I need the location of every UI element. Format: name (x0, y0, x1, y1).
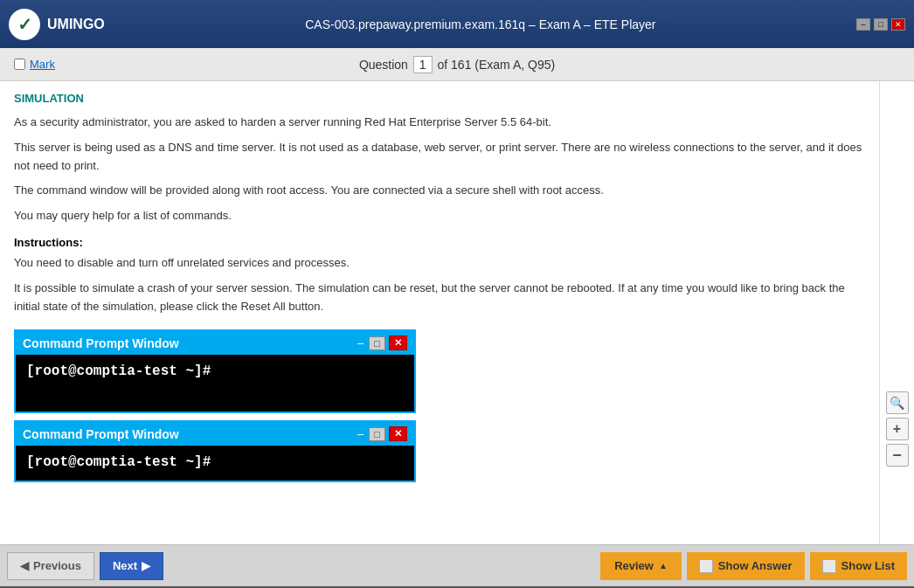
instructions-label: Instructions: (14, 236, 865, 249)
paragraph-4: You may query help for a list of command… (14, 207, 865, 225)
cmd-body-1[interactable]: [root@comptia-test ~]# (16, 355, 414, 412)
zoom-out-icon[interactable]: − (886, 444, 909, 467)
question-number: 1 (413, 56, 433, 73)
show-list-label: Show List (841, 559, 895, 572)
review-button[interactable]: Review ▲ (600, 552, 682, 580)
mark-checkbox[interactable] (14, 59, 25, 70)
bottom-nav: ◀ Previous Next ▶ Review ▲ Show Answer S… (0, 544, 914, 586)
content-area: SIMULATION As a security administrator, … (0, 81, 879, 544)
question-of-text: of 161 (Exam A, Q95) (438, 58, 556, 72)
right-panel: 🔍 + − (879, 81, 914, 544)
next-label: Next (113, 559, 137, 572)
zoom-in-icon[interactable]: + (886, 418, 909, 440)
search-icon[interactable]: 🔍 (886, 391, 909, 414)
cmd-dash-1: – (357, 336, 364, 349)
close-button[interactable]: ✕ (891, 18, 905, 31)
show-answer-checkbox (699, 559, 713, 573)
logo-text: UMINGO (47, 17, 105, 32)
review-arrow-icon: ▲ (659, 561, 668, 571)
header-bar: Mark Question 1 of 161 (Exam A, Q95) (0, 48, 914, 81)
maximize-button[interactable]: □ (874, 18, 888, 31)
previous-label: Previous (33, 559, 81, 572)
window-title: CAS-003.prepaway.premium.exam.161q – Exa… (105, 17, 856, 31)
minimize-button[interactable]: – (856, 18, 870, 31)
cmd-minimize-2[interactable]: □ (369, 427, 385, 441)
paragraph-1: As a security administrator, you are ask… (14, 114, 865, 132)
cmd-title-2: Command Prompt Window (23, 427, 179, 441)
show-answer-label: Show Answer (718, 559, 793, 572)
show-list-button[interactable]: Show List (810, 552, 907, 580)
cmd-close-1[interactable]: ✕ (389, 336, 407, 350)
instruction-1: You need to disable and turn off unrelat… (14, 254, 865, 273)
paragraph-3: The command window will be provided alon… (14, 182, 865, 200)
cmd-minimize-1[interactable]: □ (369, 336, 385, 350)
cmd-controls-2: – □ ✕ (357, 426, 407, 441)
next-arrow-icon: ▶ (142, 559, 150, 572)
cmd-close-2[interactable]: ✕ (389, 426, 407, 441)
logo-icon: ✓ (9, 9, 40, 40)
cmd-prompt-2: [root@comptia-test ~]# (26, 454, 211, 470)
cmd-dash-2: – (357, 427, 364, 440)
prev-arrow-icon: ◀ (20, 559, 29, 572)
cmd-controls-1: – □ ✕ (357, 336, 407, 350)
show-list-checkbox (822, 559, 836, 573)
cmd-window-2[interactable]: Command Prompt Window – □ ✕ [root@compti… (14, 420, 416, 482)
simulation-label: SIMULATION (14, 92, 865, 105)
cmd-prompt-1: [root@comptia-test ~]# (26, 363, 211, 379)
cmd-titlebar-2: Command Prompt Window – □ ✕ (16, 422, 414, 446)
title-bar: ✓ UMINGO CAS-003.prepaway.premium.exam.1… (0, 0, 914, 48)
paragraph-2: This server is being used as a DNS and t… (14, 139, 865, 176)
next-button[interactable]: Next ▶ (100, 552, 163, 580)
question-info: Question 1 of 161 (Exam A, Q95) (359, 56, 555, 73)
instruction-2: It is possible to simulate a crash of yo… (14, 280, 865, 316)
review-label: Review (614, 559, 654, 572)
mark-area: Mark (14, 58, 55, 71)
cmd-titlebar-1: Command Prompt Window – □ ✕ (16, 331, 414, 355)
cmd-title-1: Command Prompt Window (23, 336, 179, 350)
cmd-window-1[interactable]: Command Prompt Window – □ ✕ [root@compti… (14, 329, 416, 413)
question-label: Question (359, 58, 408, 72)
previous-button[interactable]: ◀ Previous (7, 552, 94, 580)
window-controls: – □ ✕ (856, 18, 905, 31)
mark-label[interactable]: Mark (30, 58, 55, 71)
main-content: SIMULATION As a security administrator, … (0, 81, 914, 544)
logo-area: ✓ UMINGO (9, 9, 105, 40)
cmd-body-2[interactable]: [root@comptia-test ~]# (16, 446, 414, 481)
show-answer-button[interactable]: Show Answer (687, 552, 805, 580)
